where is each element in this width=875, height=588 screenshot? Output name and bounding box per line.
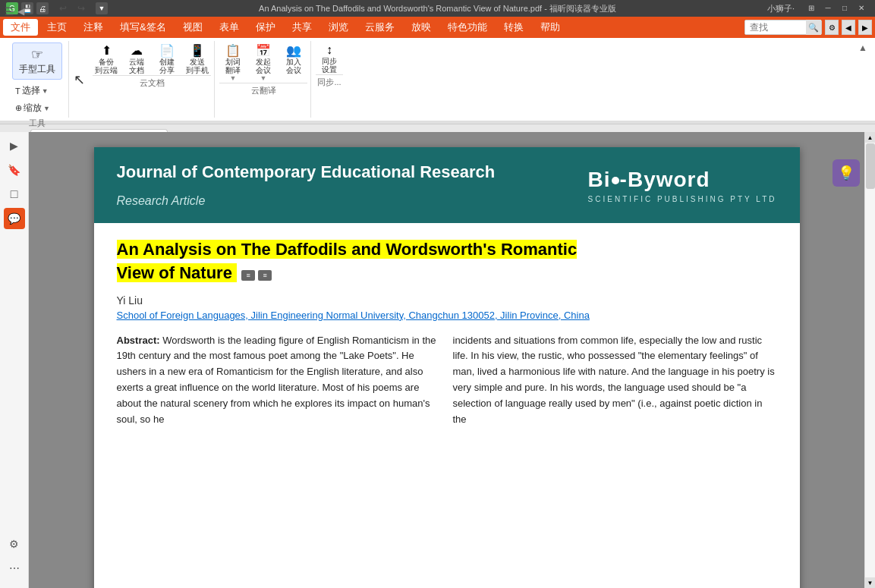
minimize-button[interactable]: ─ — [820, 3, 836, 14]
sidebar-page-icon[interactable]: □ — [4, 184, 25, 205]
sync-icon: ↕ — [326, 43, 332, 57]
back-arrow-icon[interactable]: ◀ — [17, 6, 24, 17]
abstract-left: Abstract: Wordsworth is the leading figu… — [117, 333, 441, 428]
undo-redo-area: ↩ ↪ — [55, 0, 90, 17]
abstract-right: incidents and situations from common lif… — [453, 333, 777, 428]
menu-item-present[interactable]: 放映 — [404, 19, 439, 36]
title-text-part2: View of Nature — [117, 263, 232, 282]
sidebar-nav-arrow[interactable]: ▶ — [4, 135, 25, 156]
menu-item-cloud[interactable]: 云服务 — [357, 19, 402, 36]
article-content: An Analysis on The Daffodils and Wordswo… — [94, 223, 800, 442]
window-controls: 小狮子· ⊞ ─ □ ✕ — [767, 3, 869, 14]
sidebar-toggle-icon[interactable]: ☰ — [5, 5, 14, 17]
app-icon-print[interactable]: 🖨 — [36, 2, 49, 14]
undo-button[interactable]: ↩ — [55, 0, 71, 17]
select-chevron: ▼ — [42, 87, 49, 95]
quick-access[interactable]: ▼ — [96, 2, 108, 14]
sidebar-bookmark-icon[interactable]: 🔖 — [4, 159, 25, 181]
select-icon: T — [15, 86, 20, 96]
journal-name: Journal of Contemporary Educational Rese… — [117, 162, 496, 182]
cloud-group-label: 云文档 — [93, 75, 211, 89]
nav-prev-icon[interactable]: ◀ — [842, 20, 855, 35]
search-container: 🔍 — [744, 20, 822, 35]
tools-group-label: 工具 — [12, 118, 62, 129]
journal-title-area: Journal of Contemporary Educational Rese… — [117, 162, 496, 208]
join-meeting-button[interactable]: 👥 加入 会议 — [280, 42, 307, 83]
pdf-content-area: Journal of Contemporary Educational Rese… — [29, 132, 864, 588]
ribbon-collapse-button[interactable]: ▲ — [857, 41, 869, 55]
scrollbar-thumb[interactable] — [866, 143, 875, 189]
title-icon-2[interactable]: ≡ — [258, 270, 272, 281]
menu-item-fill-sign[interactable]: 填写&签名 — [112, 19, 174, 36]
top-search-input[interactable] — [745, 20, 806, 34]
grid-icon[interactable]: ⊞ — [804, 3, 819, 14]
sidebar-comment-icon[interactable]: 💬 — [4, 208, 25, 229]
sync-group-label: 同步... — [316, 74, 343, 88]
app-name: 小狮子· — [767, 3, 795, 14]
sidebar-settings-icon[interactable]: ⚙ — [4, 533, 25, 555]
close-button[interactable]: ✕ — [854, 3, 869, 14]
menu-item-convert[interactable]: 转换 — [496, 19, 531, 36]
meeting-arrow: ▼ — [260, 74, 267, 82]
select-label: 选择 — [22, 84, 40, 97]
author-name: Yi Liu — [117, 294, 777, 307]
tab-bar-left-icons: ☰ ◀ — [0, 0, 29, 23]
send-to-phone-button[interactable]: 📱 发送 到手机 — [184, 42, 211, 75]
abstract-label: Abstract: — [117, 335, 160, 346]
cloud-buttons: ⬆ 备份 到云端 ☁ 云端 文档 📄 创建 分享 📱 发送 到手机 — [93, 42, 211, 75]
backup-to-cloud-button[interactable]: ⬆ 备份 到云端 — [93, 42, 120, 75]
start-meeting-button[interactable]: 📅 发起 会议 ▼ — [250, 42, 277, 83]
translate-arrow: ▼ — [230, 74, 237, 82]
nav-next-icon[interactable]: ▶ — [858, 20, 872, 35]
lightbulb-button[interactable]: 💡 — [833, 159, 860, 187]
scrollbar-track[interactable] — [865, 143, 876, 577]
menu-item-browse[interactable]: 浏览 — [321, 19, 356, 36]
inline-translate-button[interactable]: 📋 划词 翻译 ▼ — [219, 42, 247, 83]
article-title-container: An Analysis on The Daffodils and Wordswo… — [117, 238, 777, 285]
translate-icon: 📋 — [225, 43, 241, 58]
logo-text: Bi-Byword — [588, 168, 710, 192]
top-search-area: 🔍 ⚙ ◀ ▶ — [744, 20, 872, 35]
ribbon-sync-group: ↕ 同步 设置 同步... — [313, 41, 346, 118]
menu-item-help[interactable]: 帮助 — [533, 19, 568, 36]
ribbon-tools-group: ☞ 手型工具 T 选择 ▼ ⊕ 缩放 ▼ 工具 — [6, 41, 69, 118]
sync-settings-button[interactable]: ↕ 同步 设置 — [316, 42, 343, 74]
hand-tool-button[interactable]: ☞ 手型工具 — [12, 42, 62, 80]
cursor-icon: ↖ — [74, 71, 85, 88]
scroll-down-button[interactable]: ▼ — [865, 577, 876, 588]
sidebar-bottom-icons: ⚙ ⋯ — [4, 533, 25, 585]
select-button[interactable]: T 选择 ▼ — [12, 83, 62, 99]
settings-icon[interactable]: ⚙ — [825, 20, 839, 35]
ribbon-translate-group: 📋 划词 翻译 ▼ 📅 发起 会议 ▼ 👥 加入 会议 云翻译 — [216, 41, 311, 118]
menu-item-home[interactable]: 主页 — [39, 19, 74, 36]
menu-item-comment[interactable]: 注释 — [76, 19, 111, 36]
search-icon[interactable]: 🔍 — [806, 20, 821, 35]
maximize-button[interactable]: □ — [837, 3, 852, 14]
abstract-left-text: Wordsworth is the leading figure of Engl… — [117, 335, 436, 425]
title-icon-1[interactable]: ≡ — [241, 270, 255, 281]
menu-item-form[interactable]: 表单 — [212, 19, 247, 36]
create-share-button[interactable]: 📄 创建 分享 — [153, 42, 181, 75]
window-buttons: ⊞ ─ □ ✕ — [804, 3, 869, 14]
zoom-label: 缩放 — [24, 102, 42, 115]
translate-buttons: 📋 划词 翻译 ▼ 📅 发起 会议 ▼ 👥 加入 会议 — [219, 42, 307, 83]
menu-item-protect[interactable]: 保护 — [248, 19, 283, 36]
cloud-docs-button[interactable]: ☁ 云端 文档 — [123, 42, 150, 75]
sync-buttons: ↕ 同步 设置 — [316, 42, 343, 74]
affiliation: School of Foreign Languages, Jilin Engin… — [117, 310, 777, 321]
menu-item-view[interactable]: 视图 — [175, 19, 210, 36]
sidebar-more-icon[interactable]: ⋯ — [4, 558, 25, 579]
pdf-page: Journal of Contemporary Educational Rese… — [94, 147, 800, 588]
pdf-viewer: Journal of Contemporary Educational Rese… — [29, 132, 864, 588]
ribbon-cloud-group: ⬆ 备份 到云端 ☁ 云端 文档 📄 创建 分享 📱 发送 到手机 云文档 — [90, 41, 215, 118]
translate-group-label: 云翻译 — [219, 83, 307, 96]
scroll-up-button[interactable]: ▲ — [865, 132, 876, 143]
menu-item-features[interactable]: 特色功能 — [440, 19, 495, 36]
redo-button[interactable]: ↪ — [73, 0, 90, 17]
menu-item-share[interactable]: 共享 — [285, 19, 319, 36]
zoom-chevron: ▼ — [43, 105, 50, 112]
abstract-section: Abstract: Wordsworth is the leading figu… — [117, 333, 777, 428]
logo-circle — [612, 177, 619, 184]
zoom-button[interactable]: ⊕ 缩放 ▼ — [12, 100, 62, 116]
zoom-icon: ⊕ — [15, 103, 22, 113]
